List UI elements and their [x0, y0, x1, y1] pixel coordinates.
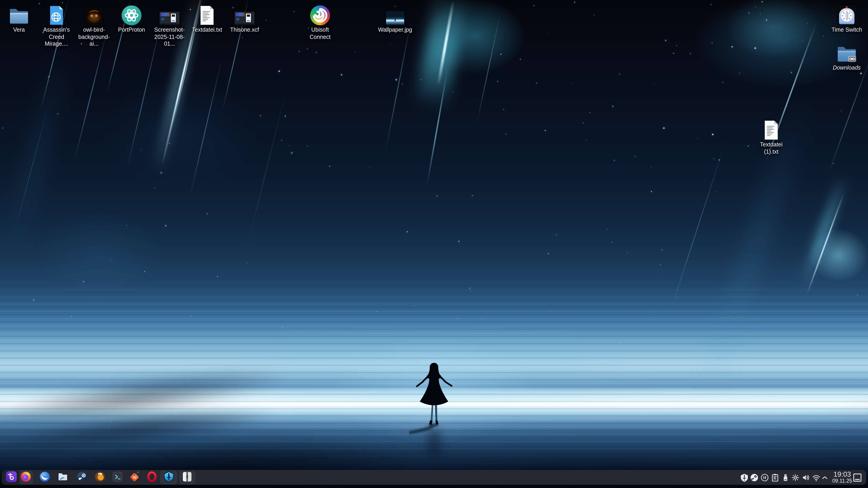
desktop-icon-vera[interactable]: Vera: [2, 4, 36, 34]
thunderbird-icon: [39, 471, 50, 482]
vignette: [0, 0, 868, 488]
icon-label: PortProton: [114, 27, 149, 34]
owl-image-thumbnail: [85, 7, 103, 25]
symlink-emblem: [848, 57, 856, 62]
desktop-icon-time-switch[interactable]: Time Switch: [830, 4, 864, 34]
thunderbird-button[interactable]: [39, 471, 50, 484]
tray-steam-icon[interactable]: [750, 473, 758, 482]
icon-label: Textdatei (1).txt: [754, 141, 788, 156]
icon-label: Thisone.xcf: [227, 27, 262, 34]
steam-icon: [77, 471, 88, 482]
show-desktop-button[interactable]: [853, 473, 862, 482]
steam-button[interactable]: [77, 471, 88, 484]
folder-icon: [2, 4, 36, 25]
wallpaper: [0, 0, 868, 488]
clock-time: 19:03: [829, 470, 855, 478]
desktop-icon-downloads[interactable]: Downloads: [830, 42, 864, 72]
ubisoft-swirl-icon: [310, 5, 330, 25]
desktop-icon-ubisoft-connect[interactable]: Ubisoft Connect: [303, 4, 337, 41]
lutris-icon: [94, 471, 105, 482]
tray-media-pause-icon[interactable]: [761, 473, 769, 482]
desktop-icon-screenshot[interactable]: Screenshot- 2025-11-08-01...: [152, 4, 187, 48]
deals-tag-button[interactable]: %: [129, 471, 140, 484]
tray-expand-chevron-up-icon[interactable]: [822, 474, 828, 481]
screenshot-thumbnail: [159, 11, 180, 25]
tray-wifi-icon[interactable]: [812, 473, 820, 482]
opera-button[interactable]: [146, 471, 157, 484]
desktop-icon-thisone-xcf[interactable]: Thisone.xcf: [227, 4, 262, 34]
folder-link-icon: [830, 42, 864, 63]
portproton-atom-icon: [122, 5, 142, 25]
svg-text:%: %: [132, 475, 136, 480]
firefox-icon: [20, 471, 31, 482]
lutris-button[interactable]: [94, 471, 105, 484]
icon-label: Downloads: [830, 65, 864, 72]
desktop-icon-textdatei[interactable]: Textdatei.txt: [190, 4, 224, 34]
icon-label: owl-bird- background-ai...: [77, 27, 111, 48]
icon-label: Wallpaper.jpg: [378, 27, 412, 34]
clock-date: 09.11.25: [829, 478, 855, 484]
icon-label: Screenshot- 2025-11-08-01...: [152, 27, 187, 48]
firefox-button[interactable]: [20, 471, 31, 484]
tray-removable-device-icon[interactable]: [781, 473, 789, 482]
wallpaper-thumbnail: [385, 11, 405, 25]
icon-label: Assassin's Creed Mirage....: [39, 27, 74, 48]
desktop-screen: Vera Assassin's Creed Mirage.... owl-bir…: [0, 0, 868, 488]
text-file-icon: [754, 119, 788, 140]
icon-label: Time Switch: [830, 27, 864, 34]
desktop-icon-portproton[interactable]: PortProton: [114, 4, 149, 34]
opera-icon: [146, 471, 157, 482]
taskbar-panel: %: [2, 470, 866, 485]
dolphin-folder-icon: [57, 471, 68, 482]
terminal-button[interactable]: [112, 471, 123, 484]
file-manager-button[interactable]: [57, 471, 68, 484]
desktop-icon-owl-image[interactable]: owl-bird- background-ai...: [77, 4, 111, 48]
text-file-icon: [190, 4, 224, 25]
tray-night-color-icon[interactable]: [791, 473, 800, 482]
tray-volume-icon[interactable]: [802, 473, 810, 482]
screenshot-thumbnail: [234, 11, 255, 25]
digital-clock[interactable]: 19:03 09.11.25: [829, 470, 855, 484]
icon-label: Ubisoft Connect: [303, 27, 337, 41]
tray-shield-sword-icon[interactable]: [740, 473, 748, 482]
desktop-icon-ac-mirage[interactable]: Assassin's Creed Mirage....: [39, 4, 74, 48]
archiver-button[interactable]: [182, 471, 192, 484]
shield-game-button[interactable]: [163, 471, 174, 484]
shield-sword-icon: [163, 471, 174, 482]
icon-label: Textdatei.txt: [190, 27, 224, 34]
price-tag-percent-icon: %: [129, 471, 140, 482]
desktop-icon-wallpaper-jpg[interactable]: Wallpaper.jpg: [378, 4, 412, 34]
icon-label: Vera: [2, 27, 36, 34]
zipper-icon: [182, 471, 192, 482]
kitchen-timer-icon: [830, 4, 864, 25]
terminal-icon: [112, 471, 123, 482]
app-launcher-button[interactable]: [5, 470, 17, 484]
tray-clipboard-icon[interactable]: [771, 473, 779, 482]
distro-launcher-icon: [5, 470, 17, 482]
web-shortcut-icon: [39, 4, 74, 25]
desktop-icon-textdatei-1[interactable]: Textdatei (1).txt: [754, 119, 788, 156]
task-separator: [178, 472, 178, 483]
